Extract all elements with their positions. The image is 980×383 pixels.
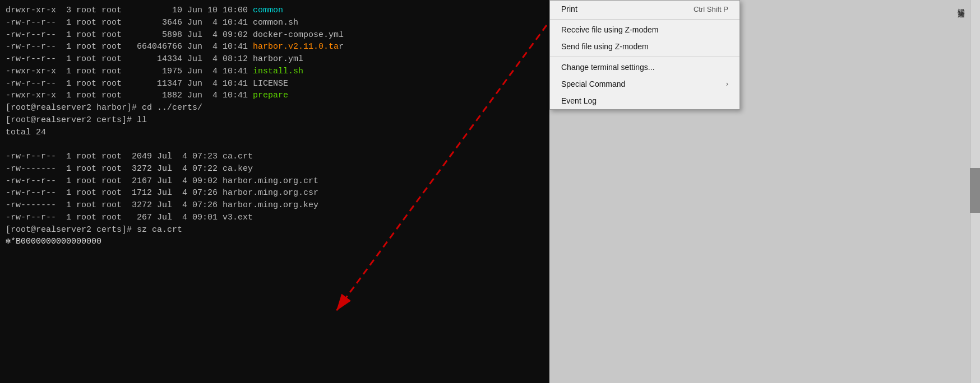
scrollbar-track[interactable] [970,0,980,383]
terminal-line: [root@realserver2 certs]# ll [6,114,544,127]
context-menu[interactable]: Print Ctrl Shift P Receive file using Z-… [549,0,740,110]
terminal-line: -rw------- 1 root root 3272 Jul 4 07:22 … [6,163,544,175]
menu-item-receive-zmodem-label: Receive file using Z-modem [561,25,659,34]
terminal-line: drwxr-xr-x 3 root root 10 Jun 10 10:00 c… [6,4,544,17]
terminal-line: total 24 [6,127,544,139]
menu-item-send-zmodem-label: Send file using Z-modem [561,42,649,51]
menu-separator-2 [550,57,739,57]
terminal-line: -rwxr-xr-x 1 root root 1882 Jun 4 10:41 … [6,90,544,102]
terminal-line: -rw------- 1 root root 3272 Jul 4 07:26 … [6,199,544,212]
side-chinese-text: 汉键 加速 [956,3,966,115]
terminal-line: [root@realserver2 certs]# sz ca.crt [6,224,544,236]
menu-item-change-terminal[interactable]: Change terminal settings... [550,59,739,76]
terminal-line: -rw-r--r-- 1 root root 5898 Jul 4 09:02 … [6,29,544,41]
terminal-line: ✼*B0000000000000000 [6,236,544,248]
menu-separator-1 [550,19,739,20]
scrollbar-thumb[interactable] [970,168,980,213]
terminal-line: -rw-r--r-- 1 root root 2167 Jul 4 09:02 … [6,175,544,188]
terminal-line: -rw-r--r-- 1 root root 14334 Jul 4 08:12… [6,53,544,66]
menu-item-print[interactable]: Print Ctrl Shift P [550,1,739,17]
menu-item-print-label: Print [561,4,577,13]
terminal-line: -rw-r--r-- 1 root root 1712 Jul 4 07:26 … [6,187,544,199]
menu-item-print-shortcut: Ctrl Shift P [694,5,728,13]
terminal-line: [root@realserver2 harbor]# cd ../certs/ [6,102,544,114]
menu-item-special-command[interactable]: Special Command › [550,76,739,92]
terminal-line [6,138,544,151]
menu-item-receive-zmodem[interactable]: Receive file using Z-modem [550,21,739,38]
terminal-area[interactable]: drwxr-xr-x 3 root root 10 Jun 10 10:00 c… [0,0,549,383]
terminal-line: -rw-r--r-- 1 root root 2049 Jul 4 07:23 … [6,151,544,163]
terminal-line: -rw-r--r-- 1 root root 3646 Jun 4 10:41 … [6,17,544,29]
menu-item-event-log-label: Event Log [561,96,597,105]
terminal-line: -rwxr-xr-x 1 root root 1975 Jun 4 10:41 … [6,66,544,78]
terminal-line: -rw-r--r-- 1 root root 664046766 Jun 4 1… [6,41,544,53]
menu-item-send-zmodem[interactable]: Send file using Z-modem [550,38,739,55]
terminal-line: -rw-r--r-- 1 root root 11347 Jun 4 10:41… [6,78,544,90]
menu-item-event-log[interactable]: Event Log [550,92,739,109]
menu-item-change-terminal-label: Change terminal settings... [561,63,655,72]
menu-item-special-command-label: Special Command [561,80,625,88]
chevron-right-icon: › [726,80,728,88]
terminal-line: -rw-r--r-- 1 root root 267 Jul 4 09:01 v… [6,212,544,224]
